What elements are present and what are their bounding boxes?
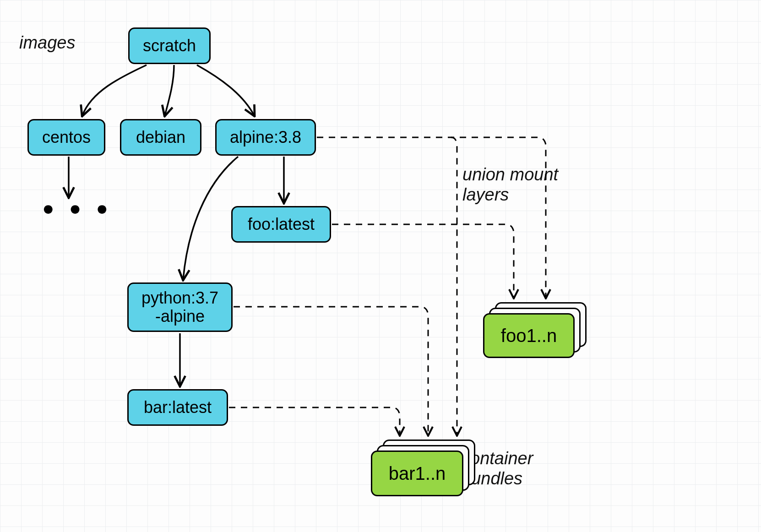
node-python-alpine: python:3.7 -alpine [127, 282, 233, 332]
node-foo-latest: foo:latest [231, 206, 331, 243]
node-alpine: alpine:3.8 [215, 119, 316, 156]
bundle-foo-front: foo1..n [483, 313, 575, 358]
bundle-bar-front: bar1..n [371, 451, 463, 496]
node-scratch: scratch [128, 27, 211, 64]
node-debian: debian [120, 119, 201, 156]
node-centos: centos [27, 119, 105, 156]
ellipsis-icon: ● ● ● [42, 197, 113, 220]
bundle-foo: foo1..n [483, 302, 588, 357]
bundle-bar: bar1..n [371, 440, 477, 495]
node-bar-latest: bar:latest [127, 389, 228, 426]
images-label: images [19, 33, 76, 53]
union-mount-layers-label: union mount layers [462, 165, 558, 205]
